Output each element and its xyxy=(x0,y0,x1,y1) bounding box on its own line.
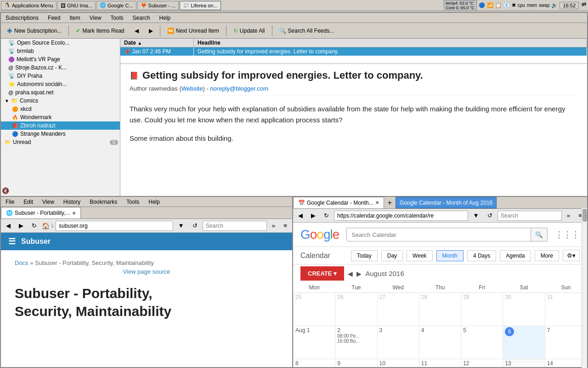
sidebar-item-open-source-ecolo[interactable]: 📡 Open Source Ecolo... xyxy=(1,39,120,47)
search-calendar-input[interactable] xyxy=(347,228,531,241)
subuser-btn[interactable]: 🦊 Subuser - ... xyxy=(137,1,179,10)
menu-tools[interactable]: Tools xyxy=(106,14,128,22)
gcal-search-bar[interactable] xyxy=(498,211,562,221)
day-cell-26[interactable]: 26 xyxy=(335,293,377,326)
day-cell-31[interactable]: 31 xyxy=(545,293,587,326)
gcal-reload-btn[interactable]: ↻ xyxy=(321,211,332,220)
four-days-btn[interactable]: 4 Days xyxy=(467,250,496,261)
search-calendar-btn[interactable]: 🔍 xyxy=(531,228,547,241)
menu-edit[interactable]: Edit xyxy=(19,198,38,206)
forward-btn[interactable]: ▶ xyxy=(145,26,157,36)
menu-history[interactable]: History xyxy=(59,198,85,206)
day-btn[interactable]: Day xyxy=(381,250,403,261)
new-subscription-btn[interactable]: ✚ New Subscription... xyxy=(3,25,66,36)
day-cell-30[interactable]: 30 xyxy=(503,293,545,326)
sidebar-item-stroje-bazos[interactable]: @ Stroje.Bazos.cz - K... xyxy=(1,63,120,72)
dropdown-arrow[interactable]: ▼ xyxy=(175,221,187,230)
day-cell-aug5[interactable]: 5 xyxy=(461,326,503,359)
sidebar-item-unread[interactable]: 📁 Unread 0 xyxy=(1,138,120,146)
prev-month-btn[interactable]: ◀ xyxy=(348,270,353,277)
menu-feed[interactable]: Feed xyxy=(43,14,65,22)
forward-button[interactable]: ▶ xyxy=(16,221,27,230)
gcal-forward-btn[interactable]: ▶ xyxy=(308,211,319,220)
day-cell-aug7[interactable]: 7 xyxy=(545,326,587,359)
day-cell-29[interactable]: 29 xyxy=(461,293,503,326)
article-email-link[interactable]: noreply@blogger.com xyxy=(210,85,268,92)
back-btn[interactable]: ◀ xyxy=(130,26,143,36)
agenda-btn[interactable]: Agenda xyxy=(500,250,531,261)
update-all-btn[interactable]: ↻ Update All xyxy=(229,26,269,36)
article-website-link[interactable]: Website xyxy=(181,85,203,92)
sidebar-item-zbiroh-nadrazi[interactable]: 📕 Zbiroh nadrazi xyxy=(1,121,120,130)
gcal-extend-btn[interactable]: » xyxy=(564,211,573,220)
menu-item[interactable]: Item xyxy=(65,14,85,22)
article-row[interactable]: 📌 Jan 07 2:46 PM Getting subsidy for imp… xyxy=(120,47,587,56)
google-c-btn[interactable]: 🌐 Google C... xyxy=(96,1,136,10)
menu-view[interactable]: View xyxy=(38,198,59,206)
day-cell-12[interactable]: 12 xyxy=(461,359,503,368)
sidebar-item-wondermark[interactable]: 🔥 Wondermark xyxy=(1,113,120,121)
settings-btn[interactable]: ⚙▾ xyxy=(563,250,580,261)
sidebar-item-brmlab[interactable]: 📡 brmlab xyxy=(1,47,120,55)
search-feeds-btn[interactable]: 🔍 Search All Feeds... xyxy=(275,26,339,36)
sidebar-item-praha-squat[interactable]: @ praha.squat.net xyxy=(1,88,120,97)
search-extend-btn[interactable]: » xyxy=(269,221,278,230)
view-source-link[interactable]: View page source xyxy=(15,268,278,275)
reload-button[interactable]: ↺ xyxy=(189,221,201,230)
refresh-button[interactable]: ↻ xyxy=(28,221,40,230)
gcal-url-dropdown[interactable]: ▼ xyxy=(470,211,482,220)
menu-search[interactable]: Search xyxy=(128,14,155,22)
back-button[interactable]: ◀ xyxy=(3,221,14,230)
menu-file[interactable]: File xyxy=(1,198,19,206)
menu-bookmarks[interactable]: Bookmarks xyxy=(85,198,122,206)
day-cell-aug2[interactable]: 2 08:00 Pe... 16:00 Bo... xyxy=(335,326,377,359)
gcal-url-bar[interactable] xyxy=(334,211,468,221)
day-cell-13[interactable]: 13 henn... xyxy=(503,359,545,368)
more-btn[interactable]: More xyxy=(535,250,559,261)
hamburger-icon[interactable]: ☰ xyxy=(8,236,16,247)
subuser-tab[interactable]: 🌐 Subuser - Portability,... ✕ xyxy=(1,207,81,218)
next-unread-btn[interactable]: ⏩ Next Unread Item xyxy=(163,26,223,36)
next-month-btn[interactable]: ▶ xyxy=(356,270,362,277)
day-cell-aug3[interactable]: 3 xyxy=(377,326,419,359)
sidebar-item-strange-meanders[interactable]: 🔵 Strange Meanders xyxy=(1,130,120,138)
search-bar[interactable] xyxy=(203,221,267,231)
menu-subscriptions[interactable]: Subscriptions xyxy=(1,14,43,22)
menu-help[interactable]: Help xyxy=(144,198,164,206)
apps-grid-icon[interactable]: ⋮⋮⋮ xyxy=(555,230,580,240)
gcal-tab-close[interactable]: ✕ xyxy=(375,200,379,205)
menu-button[interactable]: ≡ xyxy=(280,221,290,230)
day-cell-28[interactable]: 28 xyxy=(419,293,461,326)
day-cell-aug6[interactable]: 6 xyxy=(503,326,545,359)
search-calendar-bar[interactable]: 🔍 xyxy=(346,228,548,242)
sidebar-item-comics-folder[interactable]: ▼ 📁 Comics xyxy=(1,97,120,105)
speaker-icon[interactable]: 🔇 xyxy=(2,185,9,196)
day-cell-11[interactable]: 11 xyxy=(419,359,461,368)
today-btn[interactable]: Today xyxy=(351,250,378,261)
day-cell-9[interactable]: 9 16:00 Fils... xyxy=(335,359,377,368)
day-cell-8[interactable]: 8 xyxy=(294,359,335,368)
url-bar[interactable] xyxy=(56,221,173,231)
sidebar-item-mellotts-vr[interactable]: 🟣 Mellott's VR Page xyxy=(1,55,120,63)
day-cell-14[interactable]: 14 Prague I... xyxy=(545,359,587,368)
week-btn[interactable]: Week xyxy=(407,250,432,261)
sidebar-item-xkcd[interactable]: 🟠 xkcd xyxy=(1,105,120,113)
gcal-reload-btn-2[interactable]: ↺ xyxy=(484,211,496,220)
gcal-back-btn[interactable]: ◀ xyxy=(295,211,306,220)
menu-tools[interactable]: Tools xyxy=(122,198,144,206)
breadcrumb-docs-link[interactable]: Docs xyxy=(15,259,28,266)
gcal-tab[interactable]: 📅 Google Calendar - Month... ✕ xyxy=(293,197,384,208)
subuser-tab-close[interactable]: ✕ xyxy=(72,211,76,216)
sidebar-item-autonomni[interactable]: ⭐ Autonomní sociáln... xyxy=(1,80,120,88)
day-cell-10[interactable]: 10 08:00 Pe... xyxy=(377,359,419,368)
liferea-btn[interactable]: 📰 Liferea on... xyxy=(180,1,220,10)
mark-items-read-btn[interactable]: ✔ Mark Items Read xyxy=(72,26,128,36)
sidebar-item-diy-praha[interactable]: 📡 DIY Praha xyxy=(1,72,120,80)
day-cell-27[interactable]: 27 xyxy=(377,293,419,326)
menu-view[interactable]: View xyxy=(85,14,106,22)
menu-help[interactable]: Help xyxy=(155,14,175,22)
new-tab-btn[interactable]: + xyxy=(384,197,396,208)
gcal-scrollbar[interactable] xyxy=(582,208,587,368)
month-btn[interactable]: Month xyxy=(436,250,464,261)
day-cell-aug1[interactable]: Aug 1 xyxy=(294,326,335,359)
